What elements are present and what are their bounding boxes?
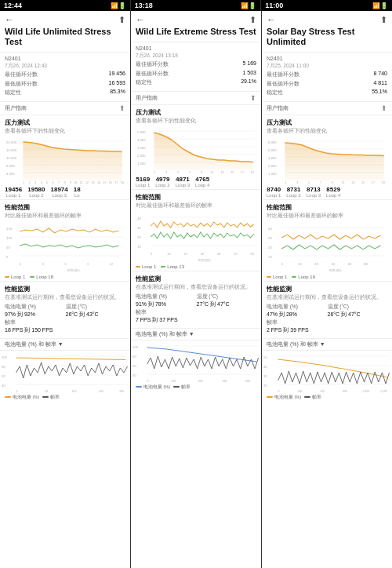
svg-text:时间 (秒): 时间 (秒) [67, 268, 80, 272]
col1-share-small[interactable]: ⬆ [119, 104, 125, 112]
svg-text:1: 1 [23, 181, 24, 184]
col2-monitor-1-val: 27°C 到 47°C [197, 300, 257, 308]
col1-battery-row[interactable]: 电池电量 (%) 和 帧率 ▼ [0, 339, 130, 351]
col1-stat1-label: 最低循环分数 [5, 80, 38, 88]
svg-text:时间 (秒): 时间 (秒) [329, 268, 342, 272]
svg-text:7: 7 [320, 181, 321, 184]
col2-legend-row: Loop 1 Loop 13 [136, 264, 256, 269]
status-bar: 12:44 📶🔋 13:18 📶🔋 11:00 📶🔋 [0, 0, 392, 11]
svg-text:7: 7 [189, 171, 191, 174]
col3-share-small[interactable]: ⬆ [381, 104, 387, 112]
col3-perf-subtitle: 对比最佳循环和最差循环的帧率 [267, 213, 387, 220]
col2-stat2-value: 29.1% [241, 78, 256, 86]
col3-pressure-subtitle: 查看各循环下的性能变化 [267, 128, 387, 135]
col2-pressure-section: 压力测试 查看各循环下的性能变化 5,000 4,000 3,000 2,000… [131, 105, 261, 190]
back-arrow-2[interactable]: ← [136, 14, 145, 25]
col3-chartleg-0: 电池电量 (%) [274, 395, 301, 400]
col1-battery-label: 电池电量 (%) 和 帧率 ▼ [5, 340, 64, 348]
col3-stat2-label: 稳定性 [267, 89, 283, 96]
svg-text:5: 5 [46, 181, 48, 184]
col3-monitor-1-key: 温度 (°C) [328, 304, 388, 311]
share-icon-1[interactable]: ⬆ [118, 15, 125, 25]
col1-user-guide[interactable]: 用户指南 ⬆ [0, 102, 130, 115]
svg-text:4: 4 [41, 181, 42, 184]
col2-chart-legend: 电池电量 (%) 帧率 [131, 384, 261, 391]
svg-text:200: 200 [172, 380, 176, 383]
col1-score-2-label: Loop 3 [52, 193, 66, 198]
col1-stat1-value: 16 593 [109, 80, 125, 88]
col2-stat2-label: 稳定性 [136, 78, 152, 86]
svg-text:12,000: 12,000 [6, 156, 17, 160]
col1-score-1-num: 19580 [27, 186, 45, 193]
svg-text:100: 100 [363, 263, 368, 266]
col1-monitor-title: 性能监测 [5, 285, 125, 293]
svg-text:5: 5 [177, 171, 179, 174]
svg-text:10: 10 [167, 253, 170, 256]
col3-stats: N2401 7月25, 2024 11:00 最佳循环分数 8 740 最低循环… [262, 53, 392, 102]
svg-text:17: 17 [241, 171, 244, 174]
col3-monitor-0-key: 电池电量 (%) [267, 304, 327, 311]
col2-monitor-subtitle: 在基准测试运行期间，查看您设备运行的状况。 [136, 284, 256, 291]
col2-score-row: 5169 Loop 1 4979 Loop 2 4871 Loop 3 4765… [136, 176, 256, 188]
col1-stat2-value: 85.3% [110, 89, 125, 96]
col2-device-label: N2401 [136, 46, 152, 51]
main-columns: ← ⬆ Wild Life Unlimited Stress Test N240… [0, 11, 392, 568]
col1-pressure-section: 压力测试 查看各循环下的性能变化 20,000 16,000 12,000 8,… [0, 115, 130, 200]
svg-text:20: 20 [137, 235, 141, 239]
svg-text:50: 50 [234, 253, 237, 256]
svg-text:6,000: 6,000 [268, 148, 277, 152]
svg-text:30: 30 [263, 375, 267, 378]
col1-monitor-0-key: 电池电量 (%) [5, 304, 65, 311]
col1-pressure-title: 压力测试 [5, 118, 125, 127]
svg-text:0: 0 [278, 390, 280, 393]
col2-share-small[interactable]: ⬆ [250, 94, 256, 102]
col1-monitor-1-key: 温度 (°C) [66, 304, 126, 311]
col3-battery-row[interactable]: 电池电量 (%) 和 帧率 ▼ [262, 339, 392, 351]
svg-text:1,000: 1,000 [137, 162, 146, 166]
time-2: 13:18 [135, 2, 153, 9]
col1-header: ← ⬆ Wild Life Unlimited Stress Test [0, 11, 130, 53]
col3-monitor-subtitle: 在基准测试运行期间，查看您设备运行的状况。 [267, 294, 387, 301]
col3-score-1-num: 8731 [287, 186, 301, 193]
svg-text:40: 40 [137, 217, 141, 220]
svg-text:800: 800 [246, 380, 251, 383]
svg-text:800: 800 [343, 390, 347, 393]
col3-title: Solar Bay Stress Test Unlimited [267, 27, 387, 47]
svg-text:11: 11 [342, 181, 345, 184]
col2-score-2-num: 4871 [176, 176, 190, 183]
col3-monitor-0-val: 47% 到 28% [267, 311, 327, 319]
back-arrow-1[interactable]: ← [5, 14, 14, 25]
share-icon-3[interactable]: ⬆ [380, 15, 387, 25]
col3-perf-title: 性能范围 [267, 203, 387, 212]
svg-text:4,000: 4,000 [268, 156, 277, 160]
svg-text:6: 6 [53, 181, 54, 184]
svg-text:20: 20 [263, 384, 267, 388]
back-arrow-3[interactable]: ← [267, 14, 276, 25]
svg-text:80: 80 [2, 366, 5, 369]
col3-score-0-label: Loop 1 [267, 193, 281, 198]
col2-stat1-label: 最低循环分数 [136, 70, 169, 78]
svg-text:2,000: 2,000 [268, 164, 277, 168]
col3-user-guide[interactable]: 用户指南 ⬆ [262, 102, 392, 115]
share-icon-2[interactable]: ⬆ [249, 15, 256, 25]
col2-score-0-num: 5169 [136, 176, 150, 183]
col1-legend-0: Loop 1 [11, 275, 25, 279]
icons-3: 📶🔋 [372, 2, 388, 9]
svg-text:40: 40 [217, 253, 220, 256]
col1-device-label: N2401 [5, 56, 21, 61]
svg-text:100: 100 [132, 346, 138, 349]
svg-text:20: 20 [268, 246, 272, 249]
svg-text:40: 40 [132, 374, 136, 377]
column-3: ← ⬆ Solar Bay Stress Test Unlimited N240… [262, 11, 392, 568]
svg-text:50: 50 [6, 246, 10, 249]
col2-pressure-chart: 5,000 4,000 3,000 2,000 1,000 1 3 5 [136, 127, 256, 174]
col1-stat0-value: 19 456 [109, 71, 125, 78]
col3-score-3-label: Loop 4 [326, 193, 340, 198]
time-3: 11:00 [265, 2, 283, 9]
col2-battery-row[interactable]: 电池电量 (%) 和 帧率 ▼ [131, 329, 261, 340]
col2-user-guide[interactable]: 用户指南 ⬆ [131, 92, 261, 105]
svg-text:时间 (秒): 时间 (秒) [198, 258, 211, 262]
col1-monitor-2-key: 帧率 [5, 319, 65, 326]
svg-text:1,000: 1,000 [362, 390, 369, 393]
svg-text:9: 9 [201, 171, 202, 174]
